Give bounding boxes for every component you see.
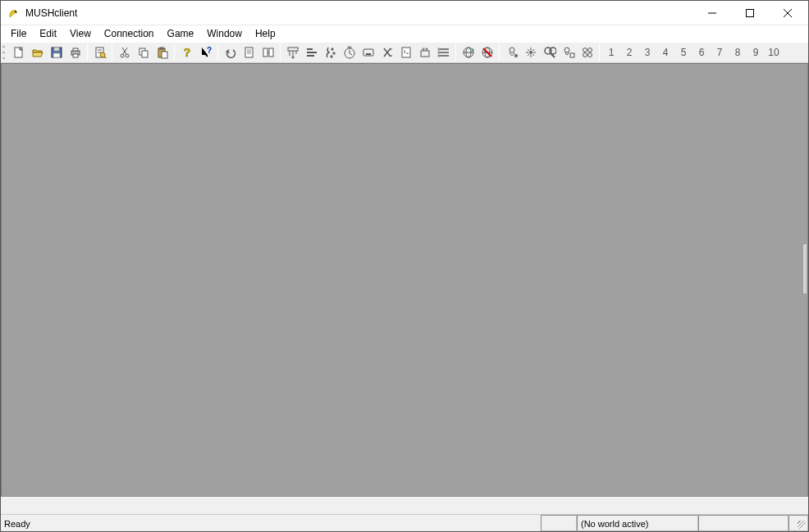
status-ready: Ready xyxy=(1,515,541,531)
debug3-button[interactable] xyxy=(559,43,578,61)
cut-button[interactable] xyxy=(115,43,134,61)
disconnect-button[interactable] xyxy=(478,43,496,61)
window-title: MUSHclient xyxy=(25,7,77,19)
disconnect-icon xyxy=(481,46,494,59)
find-icon xyxy=(543,46,556,59)
connect-button[interactable] xyxy=(459,43,478,61)
world-8-button[interactable]: 8 xyxy=(729,43,747,61)
svg-rect-2 xyxy=(747,9,754,16)
toolbar-separator xyxy=(174,43,175,61)
debug2-icon xyxy=(524,46,537,59)
timers-icon xyxy=(343,46,356,59)
scripts-icon xyxy=(400,46,413,59)
variables-icon xyxy=(381,46,394,59)
debug4-button[interactable] xyxy=(578,43,596,61)
copy-button[interactable] xyxy=(134,43,153,61)
toolbar-separator xyxy=(217,43,218,61)
variables-button[interactable] xyxy=(377,43,396,61)
aliases-icon xyxy=(305,46,318,59)
close-button[interactable] xyxy=(769,1,807,25)
cut-icon xyxy=(118,46,131,59)
new-button[interactable] xyxy=(9,43,28,61)
titlebar: MUSHclient xyxy=(1,1,808,25)
menu-game[interactable]: Game xyxy=(161,27,201,40)
menu-file[interactable]: File xyxy=(4,27,33,40)
activity-bar xyxy=(1,497,808,515)
svg-point-0 xyxy=(15,11,16,12)
debug1-button[interactable] xyxy=(502,43,521,61)
undo-icon xyxy=(224,46,237,59)
menu-edit[interactable]: Edit xyxy=(33,27,63,40)
undo-button[interactable] xyxy=(221,43,240,61)
menu-window[interactable]: Window xyxy=(200,27,249,40)
recall-icon xyxy=(262,46,275,59)
toolbar: 12345678910 xyxy=(1,42,808,63)
debug1-icon xyxy=(505,46,519,59)
save-icon xyxy=(50,46,63,59)
statusbar: Ready (No world active) xyxy=(1,515,808,531)
resize-grip[interactable] xyxy=(788,515,808,531)
status-world: (No world active) xyxy=(577,515,698,531)
debug2-button[interactable] xyxy=(521,43,540,61)
new-file-icon xyxy=(12,46,25,59)
toolbar-separator xyxy=(455,43,456,61)
menu-help[interactable]: Help xyxy=(249,27,282,40)
context-help-button[interactable] xyxy=(196,43,215,61)
context-help-icon xyxy=(199,46,213,59)
paste-button[interactable] xyxy=(153,43,171,61)
world-7-button[interactable]: 7 xyxy=(711,43,729,61)
world-2-button[interactable]: 2 xyxy=(620,43,638,61)
keypad-button[interactable] xyxy=(321,43,340,61)
toolbar-separator xyxy=(87,43,88,61)
keypad-icon xyxy=(324,46,337,59)
paste-icon xyxy=(156,46,169,59)
open-button[interactable] xyxy=(28,43,47,61)
menu-connection[interactable]: Connection xyxy=(98,27,161,40)
world-4-button[interactable]: 4 xyxy=(656,43,674,61)
open-icon xyxy=(31,46,44,59)
notepad-button[interactable] xyxy=(240,43,258,61)
world-6-button[interactable]: 6 xyxy=(692,43,711,61)
print-icon xyxy=(69,46,82,59)
timers-button[interactable] xyxy=(340,43,359,61)
aliases-button[interactable] xyxy=(302,43,321,61)
world-config-button[interactable] xyxy=(434,43,453,61)
world-config-icon xyxy=(437,46,450,59)
print-button[interactable] xyxy=(66,43,85,61)
world-1-button[interactable]: 1 xyxy=(602,43,620,61)
macros-button[interactable] xyxy=(359,43,377,61)
preferences-button[interactable] xyxy=(90,43,109,61)
menubar: FileEditViewConnectionGameWindowHelp xyxy=(1,25,808,42)
maximize-button[interactable] xyxy=(731,1,769,25)
toolbar-separator xyxy=(280,43,281,61)
save-button[interactable] xyxy=(47,43,66,61)
notepad-icon xyxy=(243,46,256,59)
debug4-icon xyxy=(581,46,594,59)
scripts-button[interactable] xyxy=(396,43,415,61)
toolbar-grip[interactable] xyxy=(2,43,7,61)
mdi-client-area xyxy=(1,63,808,497)
copy-icon xyxy=(137,46,150,59)
toolbar-separator xyxy=(599,43,600,61)
status-panel-1 xyxy=(541,515,577,531)
status-panel-3 xyxy=(698,515,788,531)
help-icon xyxy=(181,46,194,59)
plugins-icon xyxy=(418,46,432,59)
recall-button[interactable] xyxy=(258,43,277,61)
triggers-button[interactable] xyxy=(283,43,302,61)
minimize-button[interactable] xyxy=(693,1,731,25)
world-9-button[interactable]: 9 xyxy=(747,43,765,61)
toolbar-separator xyxy=(112,43,112,61)
app-icon xyxy=(7,7,21,20)
preferences-icon xyxy=(94,46,107,59)
world-5-button[interactable]: 5 xyxy=(674,43,692,61)
plugins-button[interactable] xyxy=(415,43,434,61)
world-10-button[interactable]: 10 xyxy=(765,43,783,61)
find-button[interactable] xyxy=(540,43,559,61)
triggers-icon xyxy=(286,46,299,59)
world-3-button[interactable]: 3 xyxy=(638,43,656,61)
help-button[interactable] xyxy=(177,43,196,61)
menu-view[interactable]: View xyxy=(63,27,98,40)
debug3-icon xyxy=(562,46,575,59)
toolbar-separator xyxy=(499,43,500,61)
